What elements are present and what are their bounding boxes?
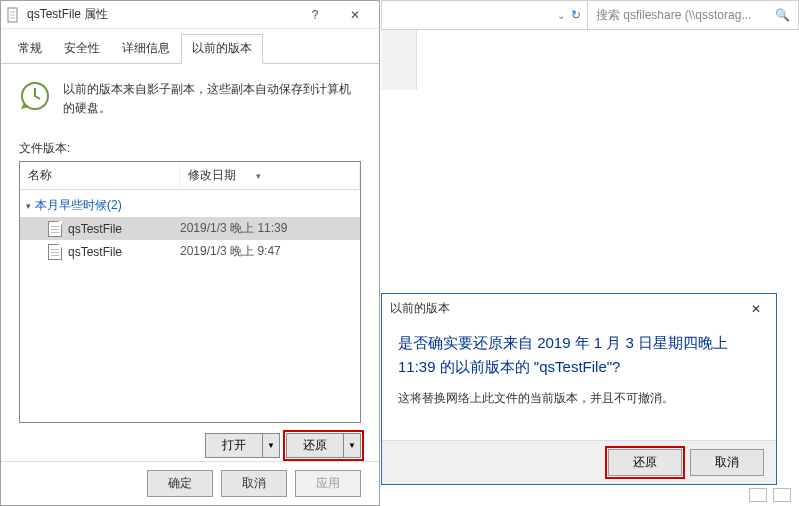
tab-general[interactable]: 常规 [7,34,53,64]
version-row[interactable]: qsTestFile 2019/1/3 晚上 11:39 [20,217,360,240]
column-name[interactable]: 名称 [20,162,180,189]
confirm-footer: 还原 取消 [382,440,776,484]
file-selection-strip [381,30,417,90]
document-icon [5,7,21,23]
info-row: 以前的版本来自影子副本，这些副本自动保存到计算机的硬盘。 [19,74,361,132]
chevron-down-icon[interactable]: ⌄ [557,10,565,21]
properties-dialog: qsTestFile 属性 ? ✕ 常规 安全性 详细信息 以前的版本 以前的版… [0,0,380,506]
apply-button[interactable]: 应用 [295,470,361,497]
details-view-icon[interactable] [749,488,767,502]
chevron-down-icon: ▾ [26,201,31,211]
file-date: 2019/1/3 晚上 9:47 [180,243,354,260]
file-name: qsTestFile [68,245,122,259]
dialog-body: 以前的版本来自影子副本，这些副本自动保存到计算机的硬盘。 文件版本: 名称 修改… [1,64,379,468]
titlebar: qsTestFile 属性 ? ✕ [1,1,379,29]
search-placeholder: 搜索 qsfileshare (\\qsstorag... [596,7,751,24]
action-row: 打开 ▼ 还原 ▼ [19,423,361,458]
explorer-toolbar: ⌄ ↻ 搜索 qsfileshare (\\qsstorag... 🔍 [381,0,799,30]
confirm-dialog: 以前的版本 ✕ 是否确实要还原来自 2019 年 1 月 3 日星期四晚上 11… [381,293,777,485]
close-button[interactable]: ✕ [744,302,768,316]
view-switcher [741,484,799,506]
file-date: 2019/1/3 晚上 11:39 [180,220,354,237]
restore-button[interactable]: 还原 ▼ [286,433,361,458]
document-icon [48,244,62,260]
large-icons-view-icon[interactable] [773,488,791,502]
address-bar[interactable]: ⌄ ↻ [382,1,588,29]
clock-icon [19,80,51,112]
cancel-button[interactable]: 取消 [690,449,764,476]
info-text: 以前的版本来自影子副本，这些副本自动保存到计算机的硬盘。 [63,80,361,118]
confirm-text: 这将替换网络上此文件的当前版本，并且不可撤消。 [398,389,760,407]
tab-details[interactable]: 详细信息 [111,34,181,64]
group-header[interactable]: ▾ 本月早些时候(2) [20,194,360,217]
close-button[interactable]: ✕ [335,1,375,29]
file-versions-label: 文件版本: [19,140,361,157]
confirm-title: 以前的版本 [390,300,744,317]
confirm-titlebar: 以前的版本 ✕ [382,294,776,323]
list-body: ▾ 本月早些时候(2) qsTestFile 2019/1/3 晚上 11:39… [20,190,360,422]
search-input[interactable]: 搜索 qsfileshare (\\qsstorag... 🔍 [588,1,798,29]
confirm-body: 是否确实要还原来自 2019 年 1 月 3 日星期四晚上 11:39 的以前版… [382,323,776,415]
column-date[interactable]: 修改日期▾ [180,162,360,189]
confirm-heading: 是否确实要还原来自 2019 年 1 月 3 日星期四晚上 11:39 的以前版… [398,331,760,379]
dialog-footer: 确定 取消 应用 [1,461,379,497]
versions-list: 名称 修改日期▾ ▾ 本月早些时候(2) qsTestFile 2019/1/3… [19,161,361,423]
open-button[interactable]: 打开 ▼ [205,433,280,458]
tab-previous-versions[interactable]: 以前的版本 [181,34,263,64]
tab-strip: 常规 安全性 详细信息 以前的版本 [1,29,379,64]
list-header: 名称 修改日期▾ [20,162,360,190]
version-row[interactable]: qsTestFile 2019/1/3 晚上 9:47 [20,240,360,263]
document-icon [48,221,62,237]
help-button[interactable]: ? [295,1,335,29]
chevron-down-icon[interactable]: ▼ [344,434,360,457]
sort-caret-icon: ▾ [256,171,261,181]
file-name: qsTestFile [68,222,122,236]
chevron-down-icon[interactable]: ▼ [263,434,279,457]
search-icon: 🔍 [775,8,790,22]
tab-security[interactable]: 安全性 [53,34,111,64]
restore-button[interactable]: 还原 [608,449,682,476]
group-label: 本月早些时候(2) [35,197,122,214]
refresh-icon[interactable]: ↻ [571,8,581,22]
dialog-title: qsTestFile 属性 [27,6,295,23]
ok-button[interactable]: 确定 [147,470,213,497]
cancel-button[interactable]: 取消 [221,470,287,497]
